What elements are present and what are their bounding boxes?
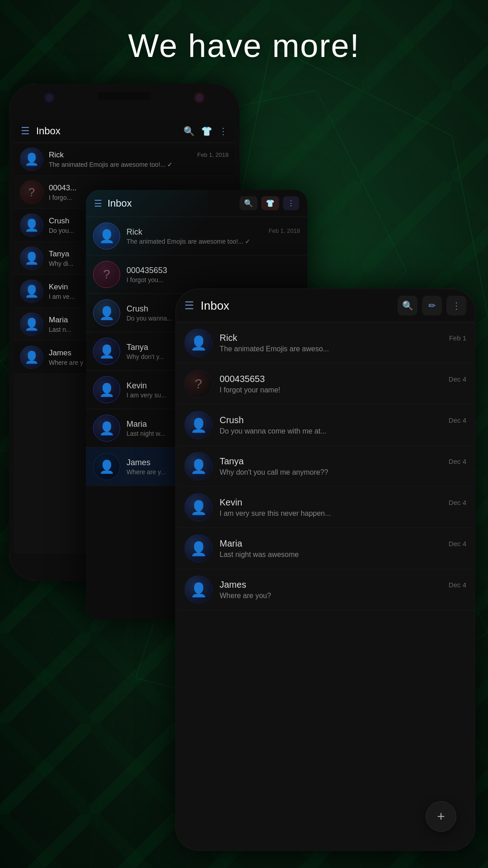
front-inbox-header: ☰ Inbox 🔍 ✏ ⋮: [176, 289, 474, 322]
front-name-crush: Crush: [220, 415, 244, 425]
front-preview-rick: The animated Emojis are aweso...: [220, 345, 466, 353]
mid-name-crush: Crush: [127, 304, 148, 314]
back-name-maria: Maria: [49, 316, 68, 325]
phone-front: ☰ Inbox 🔍 ✏ ⋮ 👤 Rick Feb 1 The animated …: [176, 289, 474, 850]
front-preview-tanya: Why don't you call me anymore??: [220, 468, 466, 476]
front-date-tanya: Dec 4: [449, 458, 466, 465]
front-name-unknown: 000435653: [220, 374, 265, 384]
mid-name-rick: Rick: [127, 227, 142, 237]
front-preview-crush: Do you wanna come with me at...: [220, 427, 466, 435]
back-inbox-header: ☰ Inbox 🔍 👕 ⋮: [14, 120, 235, 143]
front-avatar-crush: 👤: [184, 411, 212, 439]
front-more-icon[interactable]: ⋮: [446, 296, 466, 316]
front-msg-unknown[interactable]: ? 000435653 Dec 4 I forgot your name!: [176, 363, 474, 405]
mid-header-icons: 🔍 👕 ⋮: [239, 196, 299, 210]
front-avatar-rick: 👤: [184, 329, 212, 357]
front-preview-unknown: I forgot your name!: [220, 386, 466, 394]
back-content-rick: Rick Feb 1, 2018 The animated Emojis are…: [49, 151, 229, 168]
mid-search-icon[interactable]: 🔍: [239, 196, 258, 210]
front-msg-maria[interactable]: 👤 Maria Dec 4 Last night was awesome: [176, 528, 474, 569]
back-name-kevin: Kevin: [49, 283, 68, 292]
back-name-unknown: 00043...: [49, 184, 76, 193]
mid-msg-unknown[interactable]: ? 000435653 I forgot you...: [86, 255, 307, 294]
back-more-icon[interactable]: ⋮: [219, 126, 228, 137]
front-msg-kevin[interactable]: 👤 Kevin Dec 4 I am very sure this never …: [176, 487, 474, 528]
back-avatar-kevin: 👤: [20, 279, 43, 303]
mid-avatar-rick: 👤: [93, 222, 120, 250]
front-name-rick: Rick: [220, 333, 237, 343]
front-preview-james: Where are you?: [220, 592, 466, 600]
back-name-rick: Rick: [49, 151, 64, 160]
mid-avatar-tanya: 👤: [93, 338, 120, 365]
front-avatar-tanya: 👤: [184, 452, 212, 480]
front-menu-icon[interactable]: ☰: [184, 299, 194, 312]
mid-menu-icon[interactable]: ☰: [94, 198, 102, 209]
front-preview-maria: Last night was awesome: [220, 551, 466, 559]
back-msg-rick[interactable]: 👤 Rick Feb 1, 2018 The animated Emojis a…: [14, 143, 235, 176]
front-phone-screen: ☰ Inbox 🔍 ✏ ⋮ 👤 Rick Feb 1 The animated …: [176, 289, 474, 850]
back-date-rick: Feb 1, 2018: [197, 151, 229, 158]
fab-plus-icon: +: [437, 809, 445, 824]
back-inbox-title: Inbox: [36, 125, 183, 137]
front-message-list: 👤 Rick Feb 1 The animated Emojis are awe…: [176, 322, 474, 610]
back-avatar-maria: 👤: [20, 312, 43, 336]
back-name-tanya: Tanya: [49, 250, 69, 259]
front-date-crush: Dec 4: [449, 416, 466, 424]
mid-avatar-unknown: ?: [93, 261, 120, 288]
mid-name-tanya: Tanya: [127, 343, 148, 352]
front-msg-tanya[interactable]: 👤 Tanya Dec 4 Why don't you call me anym…: [176, 446, 474, 487]
mid-name-maria: Maria: [127, 420, 147, 429]
mid-avatar-crush: 👤: [93, 299, 120, 326]
back-shirt-icon[interactable]: 👕: [201, 126, 212, 137]
back-header-icons: 🔍 👕 ⋮: [183, 126, 228, 137]
front-avatar-kevin: 👤: [184, 493, 212, 521]
front-inbox-title: Inbox: [201, 299, 391, 313]
front-avatar-maria: 👤: [184, 534, 212, 562]
mid-avatar-kevin: 👤: [93, 376, 120, 403]
front-search-icon[interactable]: 🔍: [398, 296, 418, 316]
camera-right: [195, 94, 203, 102]
front-name-tanya: Tanya: [220, 456, 244, 467]
phone-notch: [97, 92, 151, 100]
mid-date-rick: Feb 1, 2018: [269, 227, 300, 237]
back-avatar-unknown: ?: [20, 180, 43, 204]
front-date-kevin: Dec 4: [449, 499, 466, 506]
mid-avatar-maria: 👤: [93, 415, 120, 442]
front-date-maria: Dec 4: [449, 540, 466, 547]
camera-left: [45, 94, 53, 102]
back-avatar-tanya: 👤: [20, 246, 43, 270]
front-name-maria: Maria: [220, 538, 242, 549]
mid-avatar-james: 👤: [93, 453, 120, 480]
front-name-james: James: [220, 580, 246, 590]
mid-msg-rick[interactable]: 👤 Rick Feb 1, 2018 The animated Emojis a…: [86, 217, 307, 255]
front-avatar-james: 👤: [184, 576, 212, 604]
back-avatar-crush: 👤: [20, 213, 43, 237]
front-edit-icon[interactable]: ✏: [422, 296, 442, 316]
front-msg-james[interactable]: 👤 James Dec 4 Where are you?: [176, 569, 474, 610]
mid-inbox-title: Inbox: [108, 198, 239, 209]
front-msg-rick[interactable]: 👤 Rick Feb 1 The animated Emojis are awe…: [176, 322, 474, 363]
mid-inbox-header: ☰ Inbox 🔍 👕 ⋮: [86, 190, 307, 217]
back-name-james: James: [49, 349, 71, 358]
mid-preview-rick: The animated Emojis are awesome too!... …: [127, 238, 300, 245]
mid-more-icon[interactable]: ⋮: [283, 196, 299, 210]
mid-preview-unknown: I forgot you...: [127, 276, 300, 283]
front-date-unknown: Dec 4: [449, 375, 466, 383]
back-name-crush: Crush: [49, 217, 69, 226]
front-avatar-unknown: ?: [184, 370, 212, 398]
back-avatar-rick: 👤: [20, 147, 43, 171]
mid-name-james: James: [127, 458, 150, 467]
front-name-kevin: Kevin: [220, 497, 242, 508]
front-msg-crush[interactable]: 👤 Crush Dec 4 Do you wanna come with me …: [176, 405, 474, 446]
front-date-james: Dec 4: [449, 581, 466, 589]
page-title: We have more!: [0, 27, 488, 64]
back-menu-icon[interactable]: ☰: [21, 125, 30, 137]
mid-name-kevin: Kevin: [127, 381, 147, 391]
back-preview-rick: The animated Emojis are awesome too!... …: [49, 161, 229, 168]
back-avatar-james: 👤: [20, 345, 43, 369]
front-preview-kevin: I am very sure this never happen...: [220, 509, 466, 518]
back-search-icon[interactable]: 🔍: [183, 126, 195, 137]
mid-shirt-icon[interactable]: 👕: [261, 196, 279, 210]
mid-name-unknown: 000435653: [127, 266, 167, 275]
fab-button[interactable]: +: [426, 801, 456, 832]
